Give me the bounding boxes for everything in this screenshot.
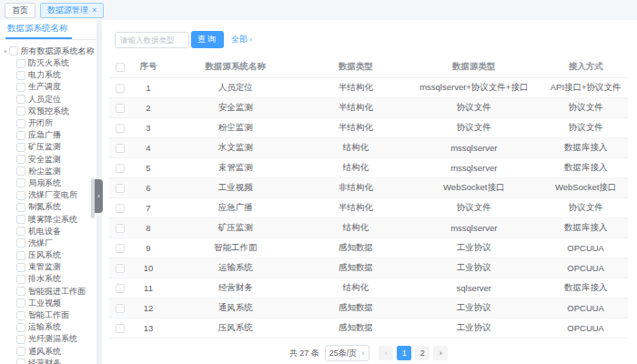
next-page-button[interactable]: › bbox=[433, 346, 448, 360]
sidebar-tree-item[interactable]: 束管监测 bbox=[16, 261, 95, 273]
tab-home[interactable]: 首页 bbox=[5, 3, 35, 18]
table-row[interactable]: 13 压风系统 感知数据 工业协议 OPCUUA bbox=[109, 318, 628, 339]
prev-page-button[interactable]: ‹ bbox=[379, 346, 393, 360]
row-checkbox[interactable] bbox=[116, 224, 125, 233]
row-checkbox[interactable] bbox=[116, 144, 125, 153]
tree-item-checkbox[interactable] bbox=[16, 106, 25, 116]
sidebar-title-tab[interactable]: 数据源系统名称 bbox=[5, 20, 72, 39]
tree-root-checkbox[interactable] bbox=[9, 46, 18, 56]
tree-item-checkbox[interactable] bbox=[16, 119, 25, 128]
sidebar-tree-item[interactable]: 电力系统 bbox=[16, 69, 95, 81]
sidebar-tree-item[interactable]: 压风系统 bbox=[16, 249, 95, 261]
row-checkbox[interactable] bbox=[116, 164, 125, 173]
cell-data-type: 半结构化 bbox=[308, 82, 405, 94]
sidebar-tree-item[interactable]: 工业视频 bbox=[16, 298, 95, 309]
table-row[interactable]: 4 水文监测 结构化 mssqlserver 数据库接入 bbox=[109, 138, 628, 158]
tree-item-checkbox[interactable] bbox=[16, 178, 25, 187]
sidebar-tree-item[interactable]: 光纤测温系统 bbox=[16, 333, 95, 345]
tree-item-checkbox[interactable] bbox=[16, 347, 25, 356]
row-checkbox[interactable] bbox=[116, 244, 125, 253]
page-size-select[interactable]: 25条/页 ∨ bbox=[325, 345, 370, 361]
tree-item-checkbox[interactable] bbox=[16, 83, 25, 92]
tab-datasource-management[interactable]: 数据源管理 × bbox=[40, 3, 104, 18]
table-row[interactable]: 7 应急广播 半结构化 协议文件 协议文件 bbox=[109, 198, 628, 218]
cell-access-mode: API接口+协议文件 bbox=[543, 82, 628, 94]
tree-item-checkbox[interactable] bbox=[16, 143, 25, 152]
tree-item-checkbox[interactable] bbox=[16, 323, 25, 332]
table-row[interactable]: 3 粉尘监测 半结构化 协议文件 协议文件 bbox=[109, 118, 628, 138]
tree-item-checkbox[interactable] bbox=[16, 263, 25, 272]
tree-item-checkbox[interactable] bbox=[16, 275, 25, 284]
row-checkbox[interactable] bbox=[116, 104, 125, 113]
table-row[interactable]: 11 经营财务 结构化 sqlserver 数据库接入 bbox=[109, 278, 628, 298]
table-row[interactable]: 12 通风系统 感知数据 工业协议 OPCUUA bbox=[109, 298, 628, 318]
sidebar-tree-item[interactable]: 粉尘监测 bbox=[16, 166, 95, 177]
tree-root-all-systems[interactable]: ▾ 所有数据源系统名称 bbox=[4, 45, 95, 57]
table-row[interactable]: 10 运输系统 感知数据 工业协议 OPCUUA bbox=[109, 258, 628, 278]
tree-item-checkbox[interactable] bbox=[16, 95, 25, 104]
sidebar-collapse-handle[interactable]: ‹ bbox=[95, 179, 103, 213]
sidebar-tree-item[interactable]: 机电设备 bbox=[16, 226, 95, 238]
row-checkbox[interactable] bbox=[116, 304, 125, 313]
cell-system-name: 智能工作面 bbox=[164, 242, 308, 254]
table-row[interactable]: 9 智能工作面 感知数据 工业协议 OPCUUA bbox=[109, 238, 628, 258]
tree-item-checkbox[interactable] bbox=[16, 131, 25, 140]
all-link[interactable]: 全部 › bbox=[231, 34, 252, 46]
tree-item-checkbox[interactable] bbox=[16, 335, 25, 344]
tree-item-checkbox[interactable] bbox=[16, 287, 25, 296]
sidebar-tree-item[interactable]: 防灭火系统 bbox=[16, 57, 95, 69]
sidebar-tree-item[interactable]: 局扇系统 bbox=[16, 177, 95, 189]
tree-item-label: 洗煤厂 bbox=[28, 238, 53, 249]
sidebar-tree-item[interactable]: 喷雾降尘系统 bbox=[16, 213, 95, 225]
tree-item-checkbox[interactable] bbox=[16, 215, 25, 224]
row-checkbox[interactable] bbox=[116, 184, 125, 193]
close-icon[interactable]: × bbox=[92, 6, 96, 15]
sidebar-tree-item[interactable]: 矿压监测 bbox=[16, 141, 95, 153]
table-row[interactable]: 5 束管监测 结构化 mssqlserver 数据库接入 bbox=[109, 158, 628, 178]
tree-item-checkbox[interactable] bbox=[16, 59, 25, 68]
row-checkbox[interactable] bbox=[116, 204, 125, 213]
cell-no: 6 bbox=[133, 183, 164, 193]
tree-item-checkbox[interactable] bbox=[16, 167, 25, 176]
tree-item-checkbox[interactable] bbox=[16, 71, 25, 80]
table-row[interactable]: 8 矿压监测 结构化 mssqlserver 数据库接入 bbox=[109, 218, 628, 238]
row-checkbox[interactable] bbox=[116, 84, 125, 93]
sidebar-tree-item[interactable]: 智能掘进工作面 bbox=[16, 286, 95, 298]
tree-item-checkbox[interactable] bbox=[16, 359, 25, 364]
table-row[interactable]: 1 人员定位 半结构化 mssqlserver+协议文件+接口 API接口+协议… bbox=[109, 78, 628, 98]
row-checkbox[interactable] bbox=[116, 324, 125, 333]
tree-item-checkbox[interactable] bbox=[16, 298, 25, 308]
table-row[interactable]: 2 安全监测 半结构化 协议文件 协议文件 bbox=[109, 98, 628, 118]
sidebar-tree-item[interactable]: 应急广播 bbox=[16, 129, 95, 141]
sidebar-tree-item[interactable]: 智能工作面 bbox=[16, 309, 95, 321]
row-checkbox[interactable] bbox=[116, 124, 125, 133]
tree-item-checkbox[interactable] bbox=[16, 251, 25, 260]
tree-item-checkbox[interactable] bbox=[16, 238, 25, 248]
row-checkbox[interactable] bbox=[116, 284, 125, 293]
select-all-checkbox[interactable] bbox=[116, 63, 125, 72]
sidebar-tree-item[interactable]: 洗煤厂变电所 bbox=[16, 189, 95, 201]
tree-item-checkbox[interactable] bbox=[16, 191, 25, 200]
sidebar-tree-item[interactable]: 人员定位 bbox=[16, 94, 95, 106]
sidebar-tree-item[interactable]: 洗煤厂 bbox=[16, 238, 95, 249]
sidebar-tree-item[interactable]: 开闭所 bbox=[16, 117, 95, 129]
page-button-1[interactable]: 1 bbox=[397, 346, 411, 360]
tree-item-checkbox[interactable] bbox=[16, 227, 25, 236]
search-input[interactable] bbox=[115, 32, 189, 48]
sidebar-tree-item[interactable]: 制氮系统 bbox=[16, 201, 95, 213]
table-row[interactable]: 6 工业视频 非结构化 WebSocket接口 WebSocket接口 bbox=[109, 178, 628, 198]
sidebar-tree-item[interactable]: 通风系统 bbox=[16, 346, 95, 358]
sidebar-tree-item[interactable]: 双预控系统 bbox=[16, 106, 95, 117]
row-checkbox[interactable] bbox=[116, 264, 125, 273]
page-button-2[interactable]: 2 bbox=[415, 346, 430, 360]
caret-down-icon[interactable]: ▾ bbox=[4, 48, 7, 55]
sidebar-tree-item[interactable]: 安全监测 bbox=[16, 154, 95, 166]
tree-item-checkbox[interactable] bbox=[16, 203, 25, 212]
sidebar-tree-item[interactable]: 排水系统 bbox=[16, 273, 95, 285]
tree-item-checkbox[interactable] bbox=[16, 311, 25, 320]
sidebar-tree-item[interactable]: 运输系统 bbox=[16, 321, 95, 333]
sidebar-tree-item[interactable]: 经营财务 bbox=[16, 358, 95, 364]
tree-item-checkbox[interactable] bbox=[16, 155, 25, 164]
search-button[interactable]: 查询 bbox=[191, 31, 224, 48]
sidebar-tree-item[interactable]: 生产调度 bbox=[16, 81, 95, 93]
